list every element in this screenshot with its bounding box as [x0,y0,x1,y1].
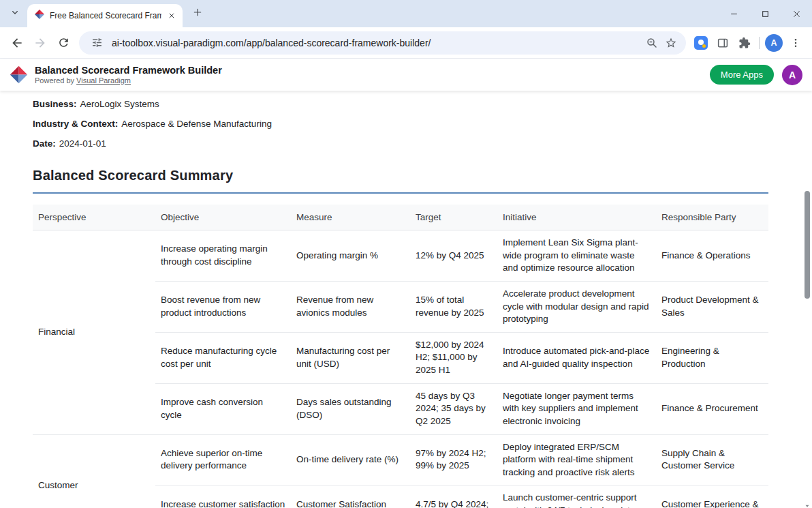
cell-objective: Boost revenue from new product introduct… [155,281,291,332]
cell-target: $12,000 by 2024 H2; $11,000 by 2025 H1 [410,332,497,383]
cell-initiative: Introduce automated pick-and-place and A… [497,332,656,383]
table-header-row: Perspective Objective Measure Target Ini… [33,205,768,230]
page-content: Business:AeroLogix Systems Industry & Co… [0,91,812,508]
cell-perspective: Financial [33,230,155,435]
cell-initiative: Negotiate longer payment terms with key … [497,383,656,434]
cell-target: 45 days by Q3 2024; 35 days by Q2 2025 [410,383,497,434]
app-titles: Balanced Scorecard Framework Builder Pow… [35,64,222,86]
meta-label: Industry & Context: [33,119,118,129]
toolbar-divider [759,37,760,49]
scrollbar-down-arrow[interactable] [804,500,811,507]
forward-button[interactable] [29,31,52,55]
app-title: Balanced Scorecard Framework Builder [35,64,222,76]
meta-line-date: Date:2024-01-01 [33,137,768,150]
powered-by: Powered byVisual Paradigm [35,76,222,86]
tab-favicon [34,9,45,23]
meta-value: 2024-01-01 [59,138,106,149]
cell-target: 97% by 2024 H2; 99% by 2025 [410,434,497,485]
cell-measure: On-time delivery rate (%) [291,434,410,485]
table-row: Financial Increase operating margin thro… [33,230,768,282]
tab-strip: Free Balanced Scorecard Frame [0,0,812,27]
cell-target: 15% of total revenue by 2025 [410,281,497,332]
meta-label: Business: [33,99,77,109]
window-controls [718,0,812,27]
column-header-measure: Measure [291,205,410,230]
bookmark-star-icon[interactable] [661,33,681,53]
browser-tab[interactable]: Free Balanced Scorecard Frame [27,4,183,27]
more-apps-button[interactable]: More Apps [710,65,774,85]
meta-line-industry: Industry & Context:Aerospace & Defense M… [33,117,768,130]
column-header-perspective: Perspective [33,205,155,230]
plus-icon [193,8,202,20]
tab-title: Free Balanced Scorecard Frame [50,11,161,20]
minimize-button[interactable] [718,0,749,27]
back-button[interactable] [5,31,29,55]
cell-responsible: Supply Chain & Customer Service [656,434,768,485]
cell-measure: Manufacturing cost per unit (USD) [291,332,410,383]
meta-label: Date: [33,138,56,149]
cell-initiative: Implement Lean Six Sigma plant-wide prog… [497,230,656,282]
column-header-target: Target [410,205,497,230]
cell-responsible: Product Development & Sales [656,281,768,332]
cell-responsible: Customer Experience & Technical Support [656,485,768,508]
cell-target: 12% by Q4 2025 [410,230,497,282]
cell-responsible: Engineering & Production [656,332,768,383]
cell-responsible: Finance & Operations [656,230,768,282]
reload-button[interactable] [52,31,75,55]
extension-icon-blue[interactable] [690,32,712,54]
profile-avatar-button[interactable]: A [763,32,785,54]
zoom-icon[interactable] [642,33,661,53]
maximize-button[interactable] [749,0,781,27]
profile-avatar: A [765,34,783,52]
site-info-icon[interactable] [87,33,106,53]
cell-initiative: Deploy integrated ERP/SCM platform with … [497,434,656,485]
scorecard-table: Perspective Objective Measure Target Ini… [33,205,768,508]
browser-toolbar: ai-toolbox.visual-paradigm.com/app/balan… [0,27,812,59]
user-avatar[interactable]: A [782,65,802,85]
close-window-button[interactable] [781,0,812,27]
cell-target: 4.7/5 by Q4 2024; 4.8/5 by 2025 [410,485,497,508]
side-panel-icon[interactable] [712,32,734,54]
visual-paradigm-link[interactable]: Visual Paradigm [76,76,131,85]
table-row: Customer Achieve superior on-time delive… [33,434,768,485]
chevron-down-icon [10,7,20,20]
cell-perspective: Customer [33,434,155,508]
extensions-puzzle-icon[interactable] [734,32,755,54]
new-tab-button[interactable] [188,4,207,23]
meta-line-business: Business:AeroLogix Systems [33,98,768,110]
meta-value: AeroLogix Systems [80,99,159,109]
cell-initiative: Accelerate product development cycle wit… [497,281,656,332]
cell-objective: Improve cash conversion cycle [155,383,291,434]
cell-objective: Increase operating margin through cost d… [155,230,291,282]
cell-measure: Customer Satisfaction Score (CSAT) – 5 p… [291,485,410,508]
tab-search-button[interactable] [5,4,25,23]
meta-value: Aerospace & Defense Manufacturing [121,119,272,129]
column-header-objective: Objective [155,205,291,230]
column-header-responsible: Responsible Party [656,205,768,230]
tab-close-icon[interactable] [166,10,177,21]
column-header-initiative: Initiative [497,205,656,230]
url-text: ai-toolbox.visual-paradigm.com/app/balan… [112,38,642,48]
cell-objective: Achieve superior on-time delivery perfor… [155,434,291,485]
cell-measure: Operating margin % [291,230,410,282]
scrollbar-thumb[interactable] [805,191,810,299]
cell-measure: Days sales outstanding (DSO) [291,383,410,434]
section-title: Balanced Scorecard Summary [33,168,768,194]
visual-paradigm-logo [10,65,28,84]
cell-initiative: Launch customer-centric support portal w… [497,485,656,508]
page-scrollbar[interactable] [802,91,812,508]
url-bar[interactable]: ai-toolbox.visual-paradigm.com/app/balan… [79,31,686,55]
cell-objective: Increase customer satisfaction for fligh… [155,485,291,508]
cell-objective: Reduce manufacturing cycle cost per unit [155,332,291,383]
cell-responsible: Finance & Procurement [656,383,768,434]
browser-menu-button[interactable] [785,32,807,54]
app-header: Balanced Scorecard Framework Builder Pow… [0,59,812,91]
cell-measure: Revenue from new avionics modules [291,281,410,332]
